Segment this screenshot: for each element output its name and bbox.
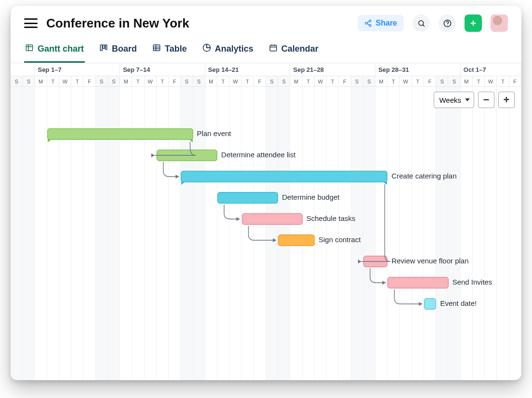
zoom-out-button[interactable]: −	[478, 92, 494, 108]
day-label: S	[351, 76, 363, 86]
day-label: F	[83, 76, 95, 86]
gantt-bar-label: Determine attendee list	[221, 151, 295, 159]
day-label: S	[436, 76, 448, 86]
share-button[interactable]: Share	[358, 15, 404, 31]
day-label: S	[193, 76, 205, 86]
day-label: M	[461, 76, 473, 86]
day-label: S	[23, 76, 35, 86]
week-label: Oct 1–7	[461, 63, 521, 76]
day-label: M	[35, 76, 47, 86]
day-label: S	[363, 76, 375, 86]
gantt-bar-label: Event date!	[440, 299, 477, 307]
day-label: F	[509, 76, 521, 86]
tab-label: Table	[165, 44, 187, 54]
day-label: T	[241, 76, 253, 86]
svg-rect-16	[106, 45, 107, 50]
zoom-in-button[interactable]: +	[498, 92, 515, 108]
day-label: S	[278, 76, 290, 86]
day-label: M	[290, 76, 302, 86]
gantt-bar-label: Review venue floor plan	[391, 257, 468, 265]
tab-calendar[interactable]: Calendar	[268, 40, 319, 63]
gantt-bar-label: Schedule tasks	[306, 214, 356, 222]
svg-point-0	[369, 20, 371, 22]
day-label: F	[254, 76, 266, 86]
day-label: S	[448, 76, 460, 86]
day-label: S	[181, 76, 193, 86]
day-label: F	[169, 76, 181, 86]
day-label: T	[387, 76, 399, 86]
day-label: T	[497, 76, 509, 86]
menu-icon[interactable]	[24, 18, 38, 28]
day-label: W	[315, 76, 327, 86]
gantt-bar-attendees[interactable]	[157, 150, 217, 161]
tab-label: Gantt chart	[38, 44, 84, 54]
svg-rect-15	[103, 45, 105, 49]
plus-icon	[469, 19, 478, 27]
svg-line-6	[423, 25, 425, 27]
add-button[interactable]	[465, 14, 482, 32]
gantt-bar-budget[interactable]	[217, 192, 278, 204]
search-button[interactable]	[412, 14, 430, 32]
gantt-bar-review[interactable]	[363, 256, 387, 267]
page-title: Conference in New York	[46, 16, 189, 31]
day-label: W	[400, 76, 412, 86]
zoom-select[interactable]: Weeks	[434, 92, 474, 108]
share-label: Share	[376, 19, 397, 27]
gantt-bar-label: Plan event	[197, 129, 231, 137]
svg-rect-11	[26, 45, 33, 51]
app-window: Conference in New York Share Gantt chart…	[11, 6, 521, 380]
gantt-bar-catering[interactable]	[181, 171, 387, 182]
gantt-bar-plan[interactable]	[47, 128, 193, 140]
day-label: M	[205, 76, 217, 86]
svg-marker-29	[358, 260, 361, 263]
day-label: M	[375, 76, 387, 86]
gantt-bar-label: Determine budget	[282, 193, 339, 201]
svg-line-3	[367, 21, 369, 23]
table-icon	[152, 43, 161, 55]
week-label: Sep 28–31	[375, 63, 461, 76]
svg-marker-27	[237, 217, 240, 221]
day-label: F	[339, 76, 351, 86]
svg-rect-21	[270, 45, 277, 51]
help-button[interactable]	[439, 14, 456, 32]
svg-rect-14	[100, 45, 102, 51]
share-icon	[364, 19, 372, 27]
help-icon	[443, 19, 452, 27]
tab-label: Calendar	[281, 44, 319, 54]
day-label: T	[217, 76, 229, 86]
gantt-bar-invites[interactable]	[387, 277, 448, 288]
tab-analytics[interactable]: Analytics	[201, 40, 254, 63]
tab-gantt[interactable]: Gantt chart	[24, 40, 85, 63]
tab-board[interactable]: Board	[98, 40, 138, 63]
day-label: S	[96, 76, 108, 86]
svg-line-4	[367, 24, 369, 25]
svg-marker-26	[175, 175, 179, 178]
gantt-bar-label: Send Invites	[452, 278, 492, 286]
week-label: Sep 1–7	[35, 63, 120, 76]
day-label: W	[485, 76, 497, 86]
gantt-body[interactable]: Weeks − + Plan eventDetermine attendee l…	[11, 87, 521, 380]
day-label: W	[229, 76, 241, 86]
day-label: T	[473, 76, 485, 86]
gantt-bar-eventdate[interactable]	[424, 298, 436, 310]
gantt-icon	[25, 43, 34, 55]
gantt-bar-label: Sign contract	[319, 235, 361, 244]
day-label: W	[59, 76, 71, 86]
tab-table[interactable]: Table	[151, 40, 188, 63]
zoom-controls: Weeks − +	[434, 92, 515, 108]
svg-rect-17	[153, 45, 160, 51]
tab-label: Analytics	[215, 44, 253, 54]
header-bar: Conference in New York Share	[11, 6, 521, 35]
svg-marker-25	[151, 153, 155, 157]
gantt-bar-schedule[interactable]	[242, 213, 303, 225]
tab-label: Board	[112, 44, 137, 54]
gantt-bar-contract[interactable]	[278, 234, 315, 246]
day-label: T	[327, 76, 339, 86]
day-label: S	[108, 76, 120, 86]
svg-marker-31	[419, 302, 422, 306]
svg-point-2	[369, 25, 371, 27]
avatar[interactable]	[491, 14, 508, 32]
board-icon	[99, 43, 108, 55]
svg-marker-30	[382, 281, 386, 285]
svg-point-1	[365, 22, 367, 24]
